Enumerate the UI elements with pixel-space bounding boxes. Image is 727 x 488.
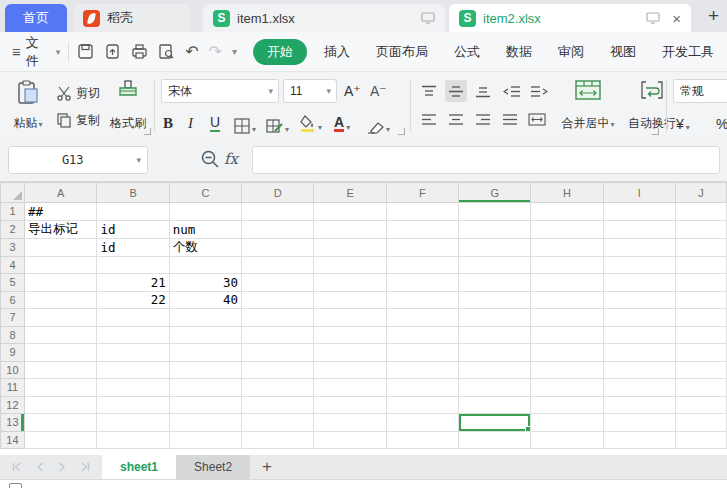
name-box[interactable]: G13 ▾ — [8, 146, 148, 174]
cell-A5[interactable] — [24, 274, 96, 292]
cell-F11[interactable] — [386, 379, 458, 397]
cell-H11[interactable] — [531, 379, 603, 397]
align-bottom-button[interactable] — [472, 80, 494, 102]
menu-tab-7[interactable]: 开发工具 — [649, 39, 727, 65]
paste-button[interactable]: 粘贴▾ — [8, 78, 48, 134]
font-name-select[interactable]: 宋体 ▾ — [161, 79, 279, 103]
print-preview-icon[interactable] — [158, 43, 175, 60]
cell-C7[interactable] — [169, 309, 241, 327]
align-middle-button[interactable] — [445, 80, 467, 102]
col-header-B[interactable]: B — [97, 183, 169, 203]
cell-J6[interactable] — [676, 291, 727, 309]
row-header-13[interactable]: 13 — [1, 414, 25, 432]
cell-J7[interactable] — [676, 309, 727, 327]
cut-button[interactable]: 剪切 — [56, 81, 100, 105]
cell-D11[interactable] — [242, 379, 314, 397]
cell-B3[interactable]: id — [97, 238, 169, 256]
cell-A12[interactable] — [24, 396, 96, 414]
menu-tab-1[interactable]: 插入 — [311, 39, 363, 65]
cell-B6[interactable]: 22 — [97, 291, 169, 309]
cell-B14[interactable] — [97, 431, 169, 449]
cell-I5[interactable] — [603, 274, 675, 292]
cell-F12[interactable] — [386, 396, 458, 414]
row-header-3[interactable]: 3 — [1, 238, 25, 256]
cell-A14[interactable] — [24, 431, 96, 449]
cell-F10[interactable] — [386, 361, 458, 379]
cell-B12[interactable] — [97, 396, 169, 414]
cell-B10[interactable] — [97, 361, 169, 379]
cell-J13[interactable] — [676, 414, 727, 432]
cell-A4[interactable] — [24, 256, 96, 274]
last-sheet-icon[interactable] — [80, 462, 90, 472]
cell-I6[interactable] — [603, 291, 675, 309]
cell-D10[interactable] — [242, 361, 314, 379]
menu-tab-2[interactable]: 页面布局 — [363, 39, 441, 65]
zoom-search-icon[interactable] — [200, 149, 220, 169]
row-header-2[interactable]: 2 — [1, 220, 25, 238]
col-header-I[interactable]: I — [603, 183, 675, 203]
cell-J12[interactable] — [676, 396, 727, 414]
cell-J8[interactable] — [676, 326, 727, 344]
cell-F4[interactable] — [386, 256, 458, 274]
borders-button[interactable]: ▾ — [234, 112, 256, 134]
cell-D13[interactable] — [242, 414, 314, 432]
cell-J11[interactable] — [676, 379, 727, 397]
row-header-1[interactable]: 1 — [1, 203, 25, 221]
cell-F5[interactable] — [386, 274, 458, 292]
cell-C11[interactable] — [169, 379, 241, 397]
cell-G12[interactable] — [459, 396, 531, 414]
cell-I2[interactable] — [603, 220, 675, 238]
format-painter-button[interactable]: 格式刷 — [106, 78, 150, 134]
add-sheet-button[interactable]: + — [250, 455, 284, 479]
cell-B4[interactable] — [97, 256, 169, 274]
cell-G7[interactable] — [459, 309, 531, 327]
cell-H8[interactable] — [531, 326, 603, 344]
cell-I11[interactable] — [603, 379, 675, 397]
cell-B13[interactable] — [97, 414, 169, 432]
cell-J4[interactable] — [676, 256, 727, 274]
cell-J14[interactable] — [676, 431, 727, 449]
font-size-select[interactable]: 11 ▾ — [283, 79, 337, 103]
cell-E1[interactable] — [314, 203, 386, 221]
align-top-button[interactable] — [418, 80, 440, 102]
cell-C2[interactable]: num — [169, 220, 241, 238]
menu-tab-4[interactable]: 数据 — [493, 39, 545, 65]
cell-I3[interactable] — [603, 238, 675, 256]
cell-B9[interactable] — [97, 344, 169, 362]
percent-format-button[interactable]: % — [716, 110, 727, 132]
col-header-D[interactable]: D — [242, 183, 314, 203]
undo-icon[interactable]: ↶ — [185, 44, 198, 60]
cell-J10[interactable] — [676, 361, 727, 379]
cell-F6[interactable] — [386, 291, 458, 309]
cell-G10[interactable] — [459, 361, 531, 379]
cell-I9[interactable] — [603, 344, 675, 362]
cell-B1[interactable] — [97, 203, 169, 221]
cell-C14[interactable] — [169, 431, 241, 449]
shading-button[interactable]: ▾ — [266, 112, 289, 134]
align-right-button[interactable] — [472, 108, 494, 130]
justify-button[interactable] — [499, 108, 521, 130]
close-tab-icon[interactable]: × — [672, 10, 681, 27]
cell-C6[interactable]: 40 — [169, 291, 241, 309]
cell-C5[interactable]: 30 — [169, 274, 241, 292]
formula-input[interactable] — [252, 146, 720, 174]
row-header-4[interactable]: 4 — [1, 256, 25, 274]
cell-H5[interactable] — [531, 274, 603, 292]
cell-G6[interactable] — [459, 291, 531, 309]
col-header-J[interactable]: J — [676, 183, 727, 203]
fill-handle[interactable] — [525, 426, 531, 432]
cell-H13[interactable] — [531, 414, 603, 432]
save-icon[interactable] — [77, 43, 94, 60]
col-header-F[interactable]: F — [386, 183, 458, 203]
cell-E10[interactable] — [314, 361, 386, 379]
cell-A8[interactable] — [24, 326, 96, 344]
cell-E9[interactable] — [314, 344, 386, 362]
cell-B8[interactable] — [97, 326, 169, 344]
redo-icon[interactable]: ↷ — [209, 44, 222, 60]
sheet-tab-1[interactable]: Sheet2 — [176, 455, 250, 479]
cell-I7[interactable] — [603, 309, 675, 327]
cell-H4[interactable] — [531, 256, 603, 274]
cell-G11[interactable] — [459, 379, 531, 397]
cell-C4[interactable] — [169, 256, 241, 274]
cell-I13[interactable] — [603, 414, 675, 432]
